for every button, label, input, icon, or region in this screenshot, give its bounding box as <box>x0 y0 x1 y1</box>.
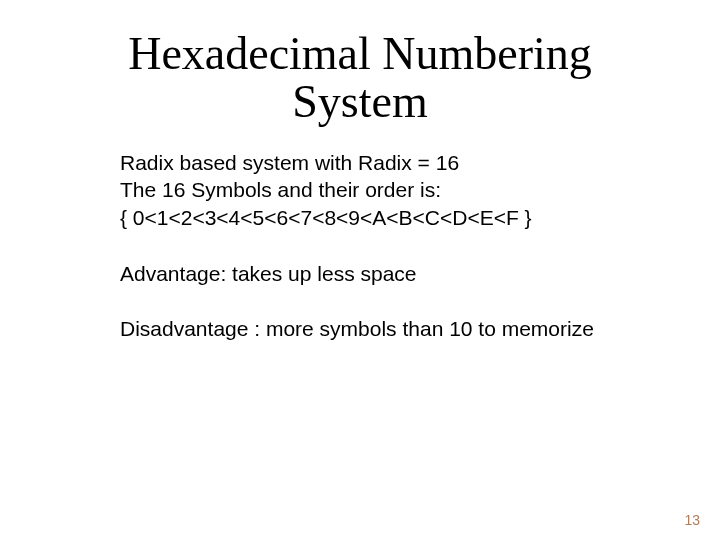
body-line-disadvantage: Disadvantage : more symbols than 10 to m… <box>120 315 650 343</box>
page-number: 13 <box>684 512 700 528</box>
slide-title: Hexadecimal Numbering System <box>60 30 660 127</box>
body-line-radix: Radix based system with Radix = 16 <box>120 149 650 177</box>
spacer <box>120 287 650 315</box>
body-line-symbols-list: { 0<1<2<3<4<5<6<7<8<9<A<B<C<D<E<F } <box>120 204 650 232</box>
body-line-symbols-intro: The 16 Symbols and their order is: <box>120 176 650 204</box>
body-line-advantage: Advantage: takes up less space <box>120 260 650 288</box>
spacer <box>120 232 650 260</box>
slide-body: Radix based system with Radix = 16 The 1… <box>60 149 660 344</box>
slide: Hexadecimal Numbering System Radix based… <box>0 0 720 540</box>
